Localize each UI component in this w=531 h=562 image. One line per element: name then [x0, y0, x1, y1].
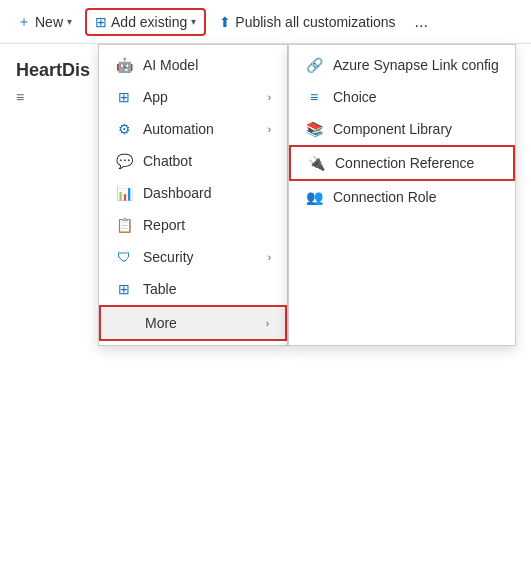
security-chevron-icon: ›: [268, 252, 271, 263]
plus-icon: ＋: [17, 13, 31, 31]
app-icon: ⊞: [115, 89, 133, 105]
new-label: New: [35, 14, 63, 30]
toolbar: ＋ New ▾ ⊞ Add existing ▾ ⬆ Publish all c…: [0, 0, 531, 44]
menu-item-automation[interactable]: ⚙ Automation ›: [99, 113, 287, 145]
menu-item-more-label: More: [145, 315, 177, 331]
ellipsis-icon: ...: [415, 13, 428, 30]
secondary-item-component-library-label: Component Library: [333, 121, 452, 137]
menu-item-report-label: Report: [143, 217, 185, 233]
secondary-item-connection-reference-label: Connection Reference: [335, 155, 474, 171]
menu-item-app[interactable]: ⊞ App ›: [99, 81, 287, 113]
menu-item-report[interactable]: 📋 Report: [99, 209, 287, 241]
secondary-item-connection-reference[interactable]: 🔌 Connection Reference: [289, 145, 515, 181]
add-existing-label: Add existing: [111, 14, 187, 30]
menu-item-more[interactable]: More ›: [99, 305, 287, 341]
add-existing-icon: ⊞: [95, 14, 107, 30]
primary-dropdown: 🤖 AI Model ⊞ App › ⚙ Automation › 💬 Chat…: [98, 44, 288, 346]
menu-item-table[interactable]: ⊞ Table: [99, 273, 287, 305]
menu-item-dashboard-label: Dashboard: [143, 185, 212, 201]
table-icon: ⊞: [115, 281, 133, 297]
menu-item-security-label: Security: [143, 249, 194, 265]
report-icon: 📋: [115, 217, 133, 233]
dropdown-layer: 🤖 AI Model ⊞ App › ⚙ Automation › 💬 Chat…: [98, 44, 516, 346]
ai-model-icon: 🤖: [115, 57, 133, 73]
choice-icon: ≡: [305, 89, 323, 105]
new-chevron-icon: ▾: [67, 16, 72, 27]
publish-label: Publish all customizations: [235, 14, 395, 30]
azure-synapse-icon: 🔗: [305, 57, 323, 73]
secondary-item-azure-synapse-label: Azure Synapse Link config: [333, 57, 499, 73]
chatbot-icon: 💬: [115, 153, 133, 169]
secondary-dropdown: 🔗 Azure Synapse Link config ≡ Choice 📚 C…: [288, 44, 516, 346]
menu-item-chatbot-label: Chatbot: [143, 153, 192, 169]
menu-item-table-label: Table: [143, 281, 176, 297]
secondary-item-component-library[interactable]: 📚 Component Library: [289, 113, 515, 145]
add-existing-chevron-icon: ▾: [191, 16, 196, 27]
component-library-icon: 📚: [305, 121, 323, 137]
automation-icon: ⚙: [115, 121, 133, 137]
publish-button[interactable]: ⬆ Publish all customizations: [210, 9, 404, 35]
menu-item-ai-model-label: AI Model: [143, 57, 198, 73]
menu-item-app-label: App: [143, 89, 168, 105]
menu-item-chatbot[interactable]: 💬 Chatbot: [99, 145, 287, 177]
menu-item-ai-model[interactable]: 🤖 AI Model: [99, 49, 287, 81]
connection-role-icon: 👥: [305, 189, 323, 205]
menu-item-security[interactable]: 🛡 Security ›: [99, 241, 287, 273]
app-chevron-icon: ›: [268, 92, 271, 103]
connection-reference-icon: 🔌: [307, 155, 325, 171]
automation-chevron-icon: ›: [268, 124, 271, 135]
menu-item-automation-label: Automation: [143, 121, 214, 137]
secondary-item-azure-synapse[interactable]: 🔗 Azure Synapse Link config: [289, 49, 515, 81]
more-chevron-icon: ›: [266, 318, 269, 329]
more-options-button[interactable]: ...: [409, 9, 434, 35]
secondary-item-connection-role-label: Connection Role: [333, 189, 437, 205]
security-icon: 🛡: [115, 249, 133, 265]
new-button[interactable]: ＋ New ▾: [8, 8, 81, 36]
secondary-item-choice[interactable]: ≡ Choice: [289, 81, 515, 113]
add-existing-button[interactable]: ⊞ Add existing ▾: [85, 8, 206, 36]
publish-icon: ⬆: [219, 14, 231, 30]
secondary-item-connection-role[interactable]: 👥 Connection Role: [289, 181, 515, 213]
dashboard-icon: 📊: [115, 185, 133, 201]
menu-item-dashboard[interactable]: 📊 Dashboard: [99, 177, 287, 209]
secondary-item-choice-label: Choice: [333, 89, 377, 105]
